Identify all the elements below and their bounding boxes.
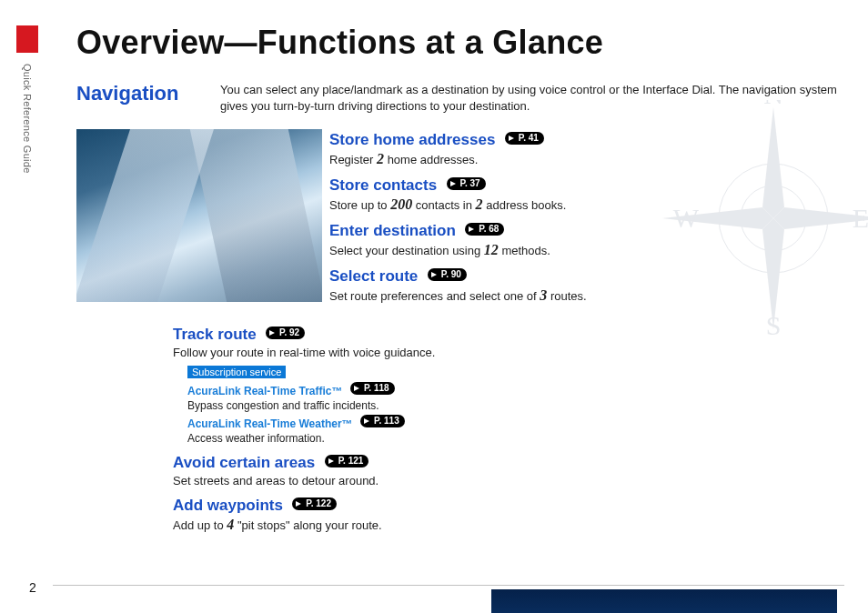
item-enter-destination: Enter destination P. 68 Select your dest… bbox=[329, 222, 839, 258]
sub-desc: Access weather information. bbox=[187, 432, 810, 445]
arrow-right-icon bbox=[295, 499, 304, 508]
left-column: Track route P. 92 Follow your route in r… bbox=[173, 326, 810, 542]
item-track-route: Track route P. 92 Follow your route in r… bbox=[173, 326, 810, 445]
page-ref-text: P. 118 bbox=[364, 384, 389, 393]
arrow-right-icon bbox=[468, 225, 477, 234]
page-ref-text: P. 37 bbox=[460, 179, 480, 188]
sub-heading[interactable]: AcuraLink Real-Time Traffic™ bbox=[187, 385, 343, 397]
item-add-waypoints: Add waypoints P. 122 Add up to 4 "pit st… bbox=[173, 497, 810, 533]
image-highway bbox=[491, 589, 837, 613]
item-desc: Select your destination using 12 methods… bbox=[329, 242, 839, 258]
page-ref-pill[interactable]: P. 41 bbox=[505, 132, 544, 145]
svg-marker-13 bbox=[328, 458, 334, 464]
item-heading[interactable]: Avoid certain areas bbox=[173, 454, 315, 472]
arrow-right-icon bbox=[353, 384, 362, 393]
page-ref-pill[interactable]: P. 68 bbox=[465, 223, 504, 236]
page-ref-text: P. 90 bbox=[441, 270, 461, 279]
section-header-row: Navigation You can select any place/land… bbox=[76, 82, 841, 114]
page-title: Overview—Functions at a Glance bbox=[76, 24, 603, 62]
page-ref-pill[interactable]: P. 113 bbox=[360, 415, 405, 427]
svg-marker-11 bbox=[354, 386, 359, 391]
sub-desc: Bypass congestion and traffic incidents. bbox=[187, 399, 810, 412]
page-ref-text: P. 68 bbox=[479, 225, 499, 234]
item-store-contacts: Store contacts P. 37 Store up to 200 con… bbox=[329, 176, 839, 213]
item-heading[interactable]: Add waypoints bbox=[173, 497, 283, 515]
svg-marker-6 bbox=[509, 136, 514, 141]
arrow-right-icon bbox=[268, 328, 278, 337]
page-ref-pill[interactable]: P. 92 bbox=[266, 327, 305, 339]
item-heading[interactable]: Enter destination bbox=[329, 222, 456, 240]
svg-marker-9 bbox=[431, 272, 437, 277]
item-desc: Register 2 home addresses. bbox=[329, 151, 839, 167]
arrow-right-icon bbox=[363, 417, 372, 426]
subscription-tag: Subscription service bbox=[187, 366, 286, 378]
item-store-home: Store home addresses P. 41 Register 2 ho… bbox=[329, 131, 839, 167]
item-heading[interactable]: Store contacts bbox=[329, 176, 437, 195]
compass-e: E bbox=[853, 203, 868, 233]
arrow-right-icon bbox=[430, 270, 439, 279]
sub-block: Subscription service AcuraLink Real-Time… bbox=[187, 363, 810, 445]
page-ref-pill[interactable]: P. 90 bbox=[428, 268, 467, 281]
svg-marker-12 bbox=[364, 418, 369, 424]
item-avoid-areas: Avoid certain areas P. 121 Set streets a… bbox=[173, 454, 810, 487]
item-desc: Set streets and areas to detour around. bbox=[173, 474, 810, 487]
page-ref-text: P. 113 bbox=[374, 417, 399, 426]
item-desc: Follow your route in real-time with voic… bbox=[173, 346, 810, 359]
arrow-right-icon bbox=[508, 134, 517, 143]
page: Quick Reference Guide N S W E Overview—F… bbox=[0, 0, 868, 613]
arrow-right-icon bbox=[328, 457, 337, 466]
page-ref-text: P. 122 bbox=[306, 499, 331, 508]
footer-rule bbox=[53, 585, 844, 586]
item-heading[interactable]: Track route bbox=[173, 326, 257, 344]
svg-marker-10 bbox=[269, 330, 275, 336]
item-desc: Add up to 4 "pit stops" along your route… bbox=[173, 517, 810, 533]
page-number: 2 bbox=[29, 580, 36, 595]
side-rail-label: Quick Reference Guide bbox=[22, 64, 33, 174]
sub-heading[interactable]: AcuraLink Real-Time Weather™ bbox=[187, 417, 353, 430]
svg-marker-7 bbox=[450, 181, 456, 186]
page-ref-pill[interactable]: P. 37 bbox=[447, 177, 486, 190]
right-column: Store home addresses P. 41 Register 2 ho… bbox=[329, 131, 839, 313]
arrow-right-icon bbox=[449, 179, 459, 188]
item-heading[interactable]: Store home addresses bbox=[329, 131, 495, 149]
page-ref-text: P. 92 bbox=[279, 328, 299, 337]
section-intro: You can select any place/landmark as a d… bbox=[220, 82, 841, 114]
page-ref-text: P. 41 bbox=[519, 134, 539, 143]
svg-marker-14 bbox=[296, 501, 301, 507]
item-desc: Store up to 200 contacts in 2 address bo… bbox=[329, 196, 839, 213]
page-ref-pill[interactable]: P. 122 bbox=[292, 497, 337, 510]
item-select-route: Select route P. 90 Set route preferences… bbox=[329, 267, 839, 304]
page-ref-pill[interactable]: P. 118 bbox=[350, 382, 395, 395]
item-heading[interactable]: Select route bbox=[329, 267, 418, 286]
red-side-tab bbox=[16, 25, 38, 53]
page-ref-pill[interactable]: P. 121 bbox=[325, 455, 369, 467]
page-ref-text: P. 121 bbox=[338, 457, 364, 466]
image-skyscrapers bbox=[76, 129, 322, 302]
section-heading: Navigation bbox=[76, 82, 195, 106]
svg-marker-8 bbox=[469, 226, 474, 232]
item-desc: Set route preferences and select one of … bbox=[329, 287, 839, 304]
